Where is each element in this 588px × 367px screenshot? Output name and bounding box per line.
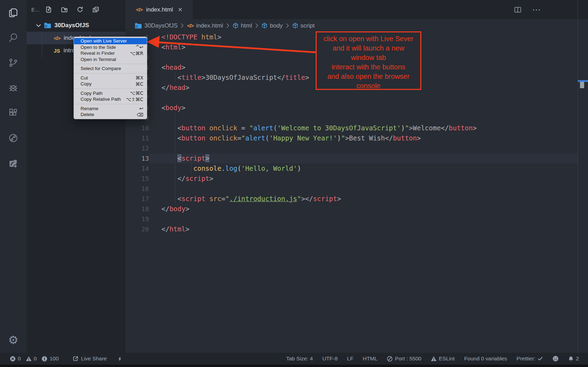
breadcrumb-label: script xyxy=(301,22,315,29)
menu-item-shortcut: ⌘C xyxy=(135,81,143,87)
status-item-utf-8[interactable]: UTF-8 xyxy=(322,355,338,362)
status-item-live-share[interactable]: Live Share xyxy=(73,355,107,362)
menu-item-rename[interactable]: Rename↩ xyxy=(74,106,147,112)
more-actions-icon[interactable]: ⋯ xyxy=(532,5,541,15)
annotation-text-line: console xyxy=(317,81,420,91)
menu-item-copy[interactable]: Copy⌘C xyxy=(74,81,147,87)
code-line-7[interactable]: 7 xyxy=(126,93,578,103)
line-number: 15 xyxy=(126,174,149,184)
status-item-smiley-icon[interactable] xyxy=(552,355,559,362)
line-number: 10 xyxy=(126,123,149,133)
activity-bar-item-source-control[interactable] xyxy=(0,50,27,75)
activity-bar-item-debug[interactable] xyxy=(0,75,27,100)
code-line-10[interactable]: 10 <button onclick = "alert('Welcome to … xyxy=(126,123,578,133)
code-line-11[interactable]: 11 <button onclick="alert('Happy New Yea… xyxy=(126,133,578,143)
status-item-bolt-icon[interactable] xyxy=(117,356,122,362)
menu-item-delete[interactable]: Delete⌫ xyxy=(74,112,147,118)
activity-bar-item-live-share-circle[interactable] xyxy=(0,125,27,151)
line-content xyxy=(149,184,578,194)
line-content: <button onclick="alert('Happy New Year!'… xyxy=(149,133,578,143)
status-item-tab-size-4[interactable]: Tab Size: 4 xyxy=(286,355,313,362)
settings-gear-button[interactable]: ⚙ xyxy=(0,334,27,346)
debug-icon xyxy=(8,83,18,93)
code-line-12[interactable]: 12 xyxy=(126,143,578,153)
tab-index.html[interactable]: </>index.html× xyxy=(126,0,193,19)
status-label: 0 xyxy=(34,355,37,362)
code-line-9[interactable]: 9 xyxy=(126,113,578,123)
menu-item-open-in-terminal[interactable]: Open in Terminal xyxy=(74,56,147,63)
html-file-icon: </> xyxy=(54,35,60,41)
code-line-18[interactable]: 18</body> xyxy=(126,204,578,214)
collapse-all-icon[interactable] xyxy=(92,6,99,13)
code-line-15[interactable]: 15 </script> xyxy=(126,174,578,184)
split-editor-icon[interactable] xyxy=(514,6,522,13)
close-icon[interactable]: × xyxy=(178,6,182,14)
activity-bar-item-explorer[interactable] xyxy=(0,0,27,25)
menu-item-label: Open in Terminal xyxy=(81,57,143,62)
breadcrumb-item-html[interactable]: html xyxy=(233,22,252,29)
status-item-100[interactable]: 100 xyxy=(42,355,59,362)
menu-separator xyxy=(74,73,147,74)
line-number: 13 xyxy=(126,153,149,163)
menu-item-cut[interactable]: Cut⌘X xyxy=(74,75,147,81)
status-item-port-5500[interactable]: Port : 5500 xyxy=(387,355,421,362)
code-line-8[interactable]: 8<body> xyxy=(126,103,578,113)
status-label: 2 xyxy=(576,355,579,362)
info-icon xyxy=(42,356,47,362)
folder-icon xyxy=(44,22,51,29)
menu-item-copy-path[interactable]: Copy Path⌥⌘C xyxy=(74,90,147,97)
folder-row-30daysofjs[interactable]: 30DaysOfJS xyxy=(27,19,126,32)
activity-bar-item-share-out[interactable] xyxy=(0,151,27,176)
breadcrumb-item-index.html[interactable]: </>index.html xyxy=(187,22,223,29)
code-line-14[interactable]: 14 console.log('Hello, World') xyxy=(126,163,578,174)
breadcrumb-item-30DaysOfJS[interactable]: 30DaysOfJS xyxy=(135,22,178,29)
menu-item-label: Copy Relative Path xyxy=(81,97,126,102)
menu-item-label: Open to the Side xyxy=(81,45,135,50)
symbol-cube-icon xyxy=(292,23,298,29)
status-item-prettier-[interactable]: Prettier: xyxy=(517,355,543,362)
status-item-lf[interactable]: LF xyxy=(347,355,353,362)
code-line-16[interactable]: 16 xyxy=(126,184,578,194)
menu-item-open-with-live-server[interactable]: Open with Live Server xyxy=(74,38,147,44)
new-folder-icon[interactable] xyxy=(61,6,68,13)
menu-item-label: Rename xyxy=(81,106,140,111)
line-number: 14 xyxy=(126,163,149,174)
menu-item-copy-relative-path[interactable]: Copy Relative Path⌥⇧⌘C xyxy=(74,96,147,102)
breadcrumb-item-body[interactable]: body xyxy=(262,22,283,29)
annotation-box: click on open with Live Severand it will… xyxy=(316,31,421,90)
status-label: Found 0 variables xyxy=(464,355,507,362)
code-line-20[interactable]: 20</html> xyxy=(126,224,578,234)
code-line-19[interactable]: 19 xyxy=(126,214,578,224)
editor-scrollbar-thumb[interactable] xyxy=(580,82,584,88)
activity-bar-item-extensions[interactable] xyxy=(0,100,27,125)
line-number: 20 xyxy=(126,224,149,234)
status-label: Tab Size: 4 xyxy=(286,355,313,362)
code-line-17[interactable]: 17 <script src="./introduction.js"></scr… xyxy=(126,194,578,204)
status-item-2[interactable]: 2 xyxy=(568,355,579,362)
code-line-13[interactable]: 13 <script> xyxy=(126,153,578,163)
menu-item-select-for-compare[interactable]: Select for Compare xyxy=(74,66,147,72)
status-item-eslint[interactable]: ESLint xyxy=(431,355,455,362)
menu-separator xyxy=(74,64,147,64)
breadcrumb-item-script[interactable]: script xyxy=(292,22,315,29)
explorer-icon xyxy=(8,7,18,18)
status-label: ESLint xyxy=(439,355,455,362)
status-item-html[interactable]: HTML xyxy=(363,355,377,362)
status-item-0[interactable]: 0 xyxy=(26,355,37,362)
new-file-icon[interactable] xyxy=(45,6,52,13)
window-bottom-edge xyxy=(0,365,588,367)
extensions-icon xyxy=(8,108,18,118)
status-item-0[interactable]: 0 xyxy=(10,355,21,362)
js-file-icon: JS xyxy=(54,48,60,54)
status-item-found-0-variables[interactable]: Found 0 variables xyxy=(464,355,507,362)
menu-item-label: Open with Live Server xyxy=(81,38,143,44)
tree-indent-guide xyxy=(42,32,42,58)
chevron-down-icon xyxy=(36,24,41,27)
menu-item-open-to-the-side[interactable]: Open to the Side^↩ xyxy=(74,44,147,51)
activity-bar-item-search[interactable] xyxy=(0,25,27,50)
annotation-text-line: interact with the buttons xyxy=(317,62,420,72)
line-number: 17 xyxy=(126,194,149,204)
menu-item-reveal-in-finder[interactable]: Reveal in Finder⌥⌘R xyxy=(74,50,147,56)
refresh-icon[interactable] xyxy=(77,6,83,13)
status-label: Prettier: xyxy=(517,355,535,362)
